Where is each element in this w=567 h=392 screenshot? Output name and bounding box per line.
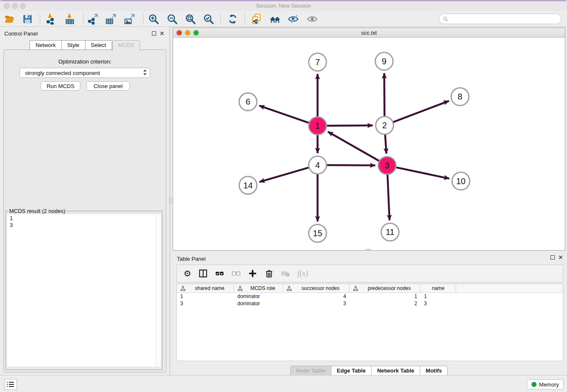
delete-table-icon[interactable] bbox=[281, 269, 290, 278]
graph-node-label: 10 bbox=[456, 177, 465, 186]
zoom-fit-icon[interactable] bbox=[184, 13, 197, 25]
tab-motifs[interactable]: Motifs bbox=[420, 366, 448, 376]
cell-predecessor-nodes[interactable]: 1 bbox=[350, 293, 421, 300]
status-bar: Memory bbox=[0, 375, 567, 392]
graph-edge-2-8[interactable] bbox=[393, 101, 449, 122]
graph-edge-3-1[interactable] bbox=[328, 132, 379, 161]
export-network-icon[interactable] bbox=[86, 13, 99, 25]
network-view-window: ✕ − + scc.txt 1234678910111415 bbox=[173, 28, 565, 251]
cell-predecessor-nodes[interactable]: 2 bbox=[350, 300, 421, 307]
tab-mcds[interactable]: MCDS bbox=[112, 40, 140, 51]
clone-network-icon[interactable] bbox=[250, 13, 263, 25]
main-toolbar bbox=[0, 11, 567, 27]
close-panel-icon[interactable]: ✕ bbox=[160, 31, 165, 36]
graph-node-label: 2 bbox=[382, 121, 387, 130]
memory-status-icon bbox=[531, 382, 537, 387]
column-type-icon bbox=[237, 286, 243, 291]
deselect-all-checkboxes-icon[interactable] bbox=[231, 269, 241, 278]
hide-selected-icon[interactable] bbox=[287, 13, 300, 25]
criterion-select[interactable]: strongly connected component bbox=[19, 68, 150, 78]
run-mcds-button[interactable]: Run MCDS bbox=[41, 81, 80, 91]
vertical-splitter-handle[interactable] bbox=[169, 197, 172, 204]
tab-node-table[interactable]: Node Table bbox=[290, 366, 331, 376]
cell-mcds-role[interactable]: dominator bbox=[234, 300, 283, 307]
column-header-filler bbox=[456, 284, 563, 293]
import-table-icon[interactable] bbox=[63, 13, 76, 25]
graph-edge-4-3[interactable] bbox=[327, 165, 375, 166]
select-all-checkboxes-icon[interactable] bbox=[215, 269, 224, 278]
control-panel-tabs: Network Style Select MCDS bbox=[0, 40, 170, 50]
import-network-icon[interactable] bbox=[44, 13, 57, 25]
mcds-result-list[interactable]: 1 3 bbox=[7, 214, 161, 367]
column-type-icon bbox=[286, 286, 292, 291]
search-input[interactable] bbox=[449, 16, 561, 22]
table-settings-icon[interactable]: ⚙ bbox=[184, 269, 191, 278]
graph-edge-1-6[interactable] bbox=[259, 106, 308, 123]
cell-successor-nodes[interactable]: 4 bbox=[283, 293, 350, 300]
tab-network-table[interactable]: Network Table bbox=[372, 366, 420, 376]
tab-network[interactable]: Network bbox=[30, 40, 62, 50]
column-header-name[interactable]: name bbox=[421, 284, 456, 293]
cell-mcds-role[interactable]: dominator bbox=[234, 293, 283, 300]
column-layout-icon[interactable] bbox=[198, 269, 208, 278]
window-titlebar: Session: New Session bbox=[0, 0, 567, 11]
memory-label: Memory bbox=[539, 381, 559, 388]
add-column-icon[interactable] bbox=[248, 269, 257, 278]
cell-successor-nodes[interactable]: 3 bbox=[283, 300, 350, 307]
graph-edge-1-2[interactable] bbox=[327, 125, 373, 126]
graph-node-label: 11 bbox=[385, 227, 394, 237]
control-panel: Control Panel ✕ Network Style Select MCD… bbox=[0, 27, 170, 375]
mcds-panel: Optimization criterion: strongly connect… bbox=[3, 50, 166, 373]
column-header-predecessor-nodes[interactable]: predecessor nodes bbox=[350, 284, 421, 293]
table-row[interactable]: 3 dominator 3 2 3 bbox=[177, 300, 563, 307]
graph-edge-3-10[interactable] bbox=[396, 167, 449, 179]
node-table: shared name MCDS role successor nodes pr… bbox=[176, 284, 563, 361]
zoom-selected-icon[interactable] bbox=[202, 13, 215, 25]
graph-edge-3-11[interactable] bbox=[388, 175, 390, 221]
network-window-titlebar[interactable]: ✕ − + scc.txt bbox=[173, 28, 565, 38]
refresh-icon[interactable] bbox=[226, 13, 239, 25]
open-session-icon[interactable] bbox=[3, 13, 16, 25]
save-session-icon[interactable] bbox=[21, 13, 34, 25]
task-history-button[interactable] bbox=[4, 379, 17, 390]
float-panel-icon[interactable] bbox=[550, 255, 555, 259]
graph-node-label: 9 bbox=[382, 57, 386, 66]
tab-edge-table[interactable]: Edge Table bbox=[331, 366, 372, 376]
horizontal-splitter-handle[interactable] bbox=[366, 249, 371, 251]
zoom-in-icon[interactable] bbox=[147, 13, 160, 25]
search-field[interactable] bbox=[439, 14, 561, 24]
graph-edge-2-3[interactable] bbox=[385, 135, 386, 154]
column-header-successor-nodes[interactable]: successor nodes bbox=[283, 284, 350, 293]
mcds-result-legend: MCDS result (2 nodes) bbox=[8, 208, 66, 214]
show-all-icon[interactable] bbox=[306, 13, 319, 25]
graph-edge-4-14[interactable] bbox=[259, 168, 309, 182]
graph-node-label: 3 bbox=[385, 161, 389, 170]
tab-style[interactable]: Style bbox=[62, 40, 85, 50]
column-header-shared-name[interactable]: shared name bbox=[177, 284, 234, 293]
memory-button[interactable]: Memory bbox=[527, 379, 564, 389]
close-panel-button[interactable]: Close panel bbox=[86, 81, 130, 91]
optimization-criterion-label: Optimization criterion: bbox=[4, 58, 166, 65]
delete-column-icon[interactable] bbox=[264, 269, 274, 278]
graph-node-label: 6 bbox=[246, 97, 250, 106]
first-neighbors-icon[interactable] bbox=[269, 13, 281, 25]
table-row[interactable]: 1 dominator 4 1 1 bbox=[177, 293, 563, 300]
column-header-mcds-role[interactable]: MCDS role bbox=[234, 284, 283, 293]
result-scrollbar[interactable] bbox=[155, 214, 161, 367]
graph-edge-2-9[interactable] bbox=[384, 73, 385, 116]
tab-select[interactable]: Select bbox=[85, 40, 112, 50]
cell-name[interactable]: 3 bbox=[421, 300, 456, 307]
mcds-result-group: MCDS result (2 nodes) 1 3 bbox=[6, 208, 162, 370]
export-image-icon[interactable] bbox=[123, 13, 136, 25]
cell-name[interactable]: 1 bbox=[421, 293, 456, 300]
application-window: Session: New Session bbox=[0, 0, 567, 392]
export-table-icon[interactable] bbox=[105, 13, 117, 25]
function-builder-icon[interactable]: f(x) bbox=[297, 269, 308, 278]
float-panel-icon[interactable] bbox=[152, 31, 156, 36]
close-panel-icon[interactable]: ✕ bbox=[558, 255, 563, 259]
zoom-out-icon[interactable] bbox=[166, 13, 179, 25]
cell-shared-name[interactable]: 1 bbox=[177, 293, 234, 300]
network-canvas[interactable]: 1234678910111415 bbox=[173, 38, 565, 250]
cell-shared-name[interactable]: 3 bbox=[177, 300, 234, 307]
select-stepper-icon bbox=[143, 69, 147, 77]
